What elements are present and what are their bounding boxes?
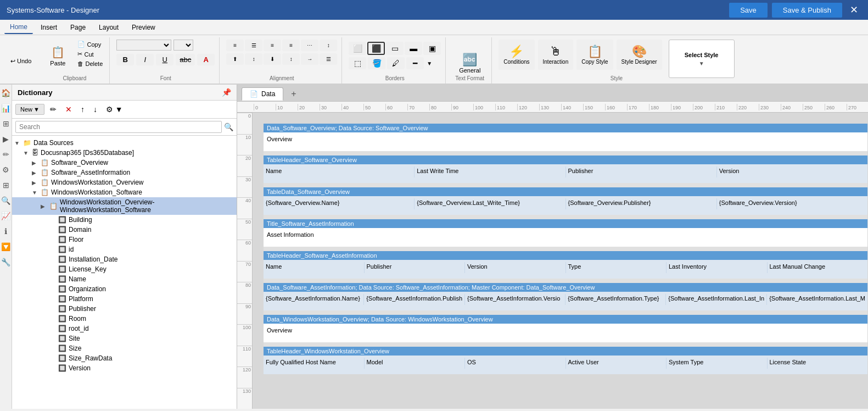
sidebar-icon-chart[interactable]: 📈 xyxy=(0,210,12,222)
valign-mid-button[interactable]: ↕ xyxy=(245,53,262,65)
valign-2-button[interactable]: ↕ xyxy=(282,53,300,65)
canvas-scroll[interactable]: Data_Software_Overview; Data Source: Sof… xyxy=(253,113,868,409)
menu-preview[interactable]: Preview xyxy=(126,21,161,34)
border-right-button[interactable]: ▬ xyxy=(405,42,422,55)
fill-color-button[interactable]: 🪣 xyxy=(368,57,385,69)
tree-item[interactable]: 🔲Name xyxy=(12,274,237,284)
tree-item[interactable]: 🔲Size xyxy=(12,343,237,353)
search-icon[interactable]: 🔍 xyxy=(224,123,233,131)
align-center-button[interactable]: ☰ xyxy=(245,40,262,51)
strikethrough-button[interactable]: abc xyxy=(176,54,195,65)
tree-item[interactable]: 🔲Platform xyxy=(12,294,237,304)
interaction-button[interactable]: 🖱 Interaction xyxy=(538,40,574,70)
close-button[interactable]: ✕ xyxy=(847,4,861,16)
add-tab-button[interactable]: + xyxy=(285,87,301,101)
align-left-button[interactable]: ≡ xyxy=(226,40,244,51)
sidebar-icon-info[interactable]: ℹ xyxy=(3,225,9,237)
border-left-button[interactable]: ▭ xyxy=(386,42,404,55)
tree-item[interactable]: 🔲Room xyxy=(12,314,237,324)
copy-button[interactable]: 📄 Copy xyxy=(75,40,105,49)
move-up-button[interactable]: ↑ xyxy=(77,103,88,116)
conditions-button[interactable]: ⚡ Conditions xyxy=(499,40,534,70)
sidebar-icon-table[interactable]: ⊞ xyxy=(1,118,11,130)
sidebar-icon-grid[interactable]: ⊞ xyxy=(1,179,11,191)
delete-button[interactable]: 🗑 Delete xyxy=(75,59,105,68)
tree-item[interactable]: ▼📋WindowsWorkstation_Software xyxy=(12,187,237,197)
tree-item[interactable]: 🔲Version xyxy=(12,363,237,373)
border-weight-button[interactable]: ━ xyxy=(406,57,424,69)
copy-style-button[interactable]: 📋 Copy Style xyxy=(576,40,613,70)
tree-item[interactable]: 🔲root_id xyxy=(12,324,237,334)
menu-insert[interactable]: Insert xyxy=(35,21,63,34)
tree-item[interactable]: ▶📋Software_Overview xyxy=(12,158,237,168)
sidebar-icon-search[interactable]: 🔍 xyxy=(0,195,12,207)
valign-bot-button[interactable]: ⬇ xyxy=(264,53,281,65)
tree-item[interactable]: 🔲id xyxy=(12,245,237,254)
save-button[interactable]: Save xyxy=(729,3,768,18)
underline-button[interactable]: U xyxy=(156,54,173,65)
sidebar-icon-filter[interactable]: 🔽 xyxy=(0,241,12,253)
font-color-button[interactable]: A xyxy=(197,54,215,65)
settings-dropdown-button[interactable]: ⚙ ▼ xyxy=(103,103,126,116)
tree-label: Size_RawData xyxy=(69,354,234,362)
tree-item[interactable]: 🔲Building xyxy=(12,215,237,225)
undo-button[interactable]: ↩ Undo xyxy=(7,55,35,68)
sidebar-icon-data[interactable]: 📊 xyxy=(0,102,12,114)
tree-icon: 🔲 xyxy=(58,354,66,362)
align-right-button[interactable]: ≡ xyxy=(264,40,281,51)
tree-item[interactable]: ▼📁Data Sources xyxy=(12,138,237,148)
delete-icon-button[interactable]: ✕ xyxy=(62,103,75,116)
tree-item[interactable]: ▶📋WindowsWorkstation_Overview xyxy=(12,177,237,187)
spacing-button[interactable]: ↕ xyxy=(320,40,337,51)
border-full-button[interactable]: ⬛ xyxy=(367,42,385,55)
italic-button[interactable]: I xyxy=(136,54,154,65)
tree-item[interactable]: ▶📋Software_AssetInformation xyxy=(12,168,237,177)
sidebar-icon-home[interactable]: 🏠 xyxy=(0,87,12,99)
new-button[interactable]: New ▼ xyxy=(15,104,44,115)
font-family-select[interactable] xyxy=(116,40,171,51)
tree-item[interactable]: ▶📋WindowsWorkstation_Overview-WindowsWor… xyxy=(12,197,237,215)
paste-button[interactable]: 📋 Paste xyxy=(44,40,71,73)
tree-item[interactable]: 🔲Site xyxy=(12,334,237,343)
expand-icon: ▶ xyxy=(41,203,47,209)
tree-item[interactable]: 🔲Floor xyxy=(12,235,237,245)
list-button[interactable]: ☰ xyxy=(320,53,337,65)
font-size-select[interactable] xyxy=(173,40,193,51)
interaction-label: Interaction xyxy=(543,59,569,65)
title-bar: Systems-Software - Designer Save Save & … xyxy=(0,0,868,20)
save-publish-button[interactable]: Save & Publish xyxy=(772,3,842,18)
distribute-button[interactable]: ⋯ xyxy=(301,40,318,51)
sidebar-icon-settings[interactable]: ⚙ xyxy=(1,164,11,176)
menu-layout[interactable]: Layout xyxy=(93,21,124,34)
data-tab[interactable]: 📄 Data xyxy=(242,87,283,101)
tree-item[interactable]: 🔲Domain xyxy=(12,225,237,235)
menu-page[interactable]: Page xyxy=(65,21,91,34)
valign-top-button[interactable]: ⬆ xyxy=(226,53,244,65)
tree-item[interactable]: 🔲License_Key xyxy=(12,264,237,274)
align-justify-button[interactable]: ≡ xyxy=(282,40,300,51)
border-color-button[interactable]: 🖊 xyxy=(387,57,405,69)
sidebar-icon-pen[interactable]: ✏ xyxy=(1,148,11,160)
select-style-button[interactable]: Select Style ▼ xyxy=(669,40,735,78)
border-none-button[interactable]: ⬜ xyxy=(349,42,366,55)
style-designer-button[interactable]: 🎨 Style Designer xyxy=(617,40,662,70)
tree-item[interactable]: ▼🗄Docusnap365 [Ds365Database] xyxy=(12,148,237,158)
sidebar-icon-arrow[interactable]: ▶ xyxy=(1,133,10,145)
tree-item[interactable]: 🔲Organization xyxy=(12,284,237,294)
border-style-button[interactable]: ⬚ xyxy=(349,57,366,69)
tree-item[interactable]: 🔲Size_RawData xyxy=(12,353,237,363)
indent-button[interactable]: → xyxy=(301,53,318,65)
bold-button[interactable]: B xyxy=(116,54,134,65)
sidebar-icon-tool[interactable]: 🔧 xyxy=(0,256,12,268)
edit-button[interactable]: ✏ xyxy=(47,103,60,116)
tree-item[interactable]: 🔲Publisher xyxy=(12,304,237,314)
move-down-button[interactable]: ↓ xyxy=(90,103,100,116)
band-cell: Fully Qualified Host Name xyxy=(264,358,365,369)
menu-home[interactable]: Home xyxy=(4,21,33,34)
expand-icon: ▶ xyxy=(32,180,38,186)
search-input[interactable] xyxy=(15,121,222,133)
text-format-button[interactable]: 🔤 General xyxy=(453,47,486,80)
border-tb-button[interactable]: ▣ xyxy=(423,42,441,55)
cut-button[interactable]: ✂ Cut xyxy=(75,49,105,59)
tree-item[interactable]: 🔲Installation_Date xyxy=(12,254,237,264)
